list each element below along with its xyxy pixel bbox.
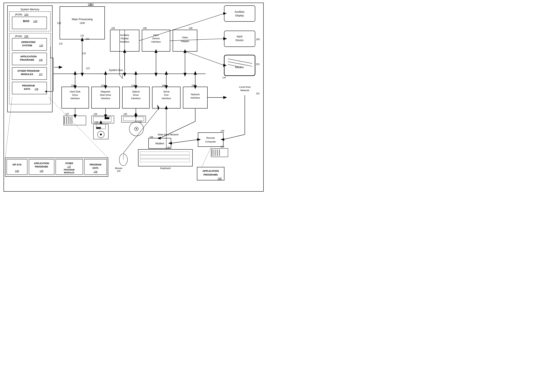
svg-text:201: 201 — [256, 63, 260, 66]
svg-text:Port: Port — [164, 94, 169, 96]
svg-text:126: 126 — [33, 20, 37, 22]
svg-marker-171 — [123, 73, 126, 77]
svg-text:135: 135 — [15, 170, 19, 172]
svg-text:Video: Video — [182, 36, 188, 39]
diagram-container: System Memory (ROM) 124 BIOS 126 (RAM) 1… — [0, 0, 272, 196]
svg-text:140: 140 — [166, 146, 170, 149]
svg-text:121: 121 — [80, 34, 84, 37]
svg-text:Mouse: Mouse — [115, 167, 122, 170]
svg-text:Interface: Interface — [101, 97, 110, 100]
svg-rect-124 — [140, 155, 190, 158]
svg-text:147: 147 — [222, 76, 226, 79]
svg-text:APPLICATION: APPLICATION — [20, 55, 36, 58]
svg-text:151: 151 — [256, 92, 260, 95]
svg-text:149: 149 — [221, 130, 224, 132]
svg-text:OPERATING: OPERATING — [21, 41, 35, 44]
svg-text:MODULES: MODULES — [21, 73, 33, 76]
svg-line-210 — [123, 108, 159, 153]
svg-line-82 — [228, 59, 252, 63]
svg-text:Network: Network — [240, 89, 249, 92]
svg-text:Magnetic: Magnetic — [101, 90, 111, 93]
svg-text:122: 122 — [82, 52, 86, 55]
svg-text:125: 125 — [24, 35, 28, 38]
svg-text:PROGRAMS: PROGRAMS — [204, 173, 218, 176]
svg-text:128: 128 — [93, 113, 97, 115]
svg-text:138: 138 — [34, 88, 38, 90]
svg-text:Main Processing: Main Processing — [72, 17, 93, 21]
svg-text:Auxiliary: Auxiliary — [235, 10, 245, 13]
svg-rect-125 — [140, 159, 190, 162]
svg-text:122: 122 — [59, 42, 62, 45]
svg-text:146: 146 — [162, 84, 165, 87]
svg-text:Remote: Remote — [206, 136, 215, 139]
svg-text:124: 124 — [24, 13, 28, 16]
svg-line-221 — [171, 140, 198, 143]
svg-text:138: 138 — [94, 170, 97, 173]
svg-line-219 — [223, 134, 245, 140]
svg-marker-189 — [165, 71, 168, 75]
svg-text:(RAM): (RAM) — [15, 35, 22, 38]
svg-rect-9 — [9, 33, 51, 104]
svg-text:137: 137 — [67, 165, 71, 168]
svg-text:127: 127 — [65, 113, 69, 115]
svg-marker-188 — [165, 85, 168, 89]
svg-marker-173 — [154, 49, 158, 53]
svg-text:Interface: Interface — [70, 97, 80, 100]
svg-text:PROGRAM: PROGRAM — [64, 169, 74, 171]
svg-text:136: 136 — [40, 170, 43, 172]
svg-text:APPLICATION: APPLICATION — [202, 170, 219, 172]
svg-text:200: 200 — [256, 38, 260, 41]
svg-marker-217 — [223, 96, 227, 99]
svg-text:OTHER: OTHER — [65, 162, 73, 165]
svg-text:134: 134 — [131, 84, 135, 87]
svg-rect-94 — [198, 133, 223, 147]
svg-rect-123 — [140, 152, 190, 155]
svg-text:Disk Drive: Disk Drive — [100, 94, 111, 96]
svg-point-120 — [136, 128, 137, 129]
svg-line-232 — [202, 147, 211, 167]
svg-marker-222 — [168, 142, 172, 145]
svg-text:123: 123 — [86, 67, 90, 70]
svg-text:MODULES: MODULES — [64, 171, 74, 174]
svg-text:Serial: Serial — [163, 90, 169, 93]
svg-text:121: 121 — [85, 38, 89, 40]
svg-text:Computer: Computer — [205, 140, 216, 143]
svg-rect-80 — [224, 55, 255, 76]
svg-text:136: 136 — [39, 59, 43, 61]
svg-text:Display: Display — [235, 14, 244, 17]
svg-text:133: 133 — [101, 84, 105, 87]
svg-text:Device: Device — [152, 37, 160, 40]
svg-text:Drive: Drive — [133, 94, 139, 96]
svg-text:155: 155 — [111, 27, 115, 29]
svg-text:(ROM): (ROM) — [15, 13, 22, 16]
svg-marker-223 — [197, 138, 201, 141]
svg-marker-177 — [183, 73, 187, 77]
svg-text:Wide Area Network: Wide Area Network — [158, 133, 179, 136]
svg-text:OP SYS: OP SYS — [12, 163, 22, 166]
svg-text:Drive: Drive — [72, 94, 78, 96]
svg-marker-168 — [81, 73, 84, 77]
svg-text:130: 130 — [123, 113, 127, 115]
svg-line-228 — [185, 51, 224, 65]
svg-text:DATA: DATA — [92, 167, 98, 169]
svg-text:Network: Network — [191, 93, 200, 96]
svg-marker-183 — [104, 71, 107, 75]
svg-text:PROGRAM: PROGRAM — [22, 84, 35, 87]
svg-marker-174 — [154, 73, 158, 77]
svg-text:Interface: Interface — [191, 96, 200, 99]
svg-rect-111 — [96, 127, 101, 129]
svg-rect-109 — [93, 124, 108, 139]
svg-text:Interface: Interface — [131, 97, 141, 100]
svg-text:156: 156 — [143, 27, 147, 29]
svg-text:Hard Disk: Hard Disk — [70, 90, 80, 93]
svg-rect-122 — [138, 149, 192, 166]
svg-text:154: 154 — [149, 136, 153, 138]
svg-point-113 — [100, 134, 102, 135]
svg-text:PROGRAM: PROGRAM — [90, 163, 102, 166]
svg-marker-191 — [194, 85, 197, 89]
svg-text:Unit: Unit — [80, 21, 85, 24]
svg-marker-229 — [223, 64, 227, 67]
svg-text:APPLICATION: APPLICATION — [34, 162, 49, 165]
svg-text:SYSTEM: SYSTEM — [22, 44, 32, 47]
svg-marker-220 — [221, 138, 224, 141]
